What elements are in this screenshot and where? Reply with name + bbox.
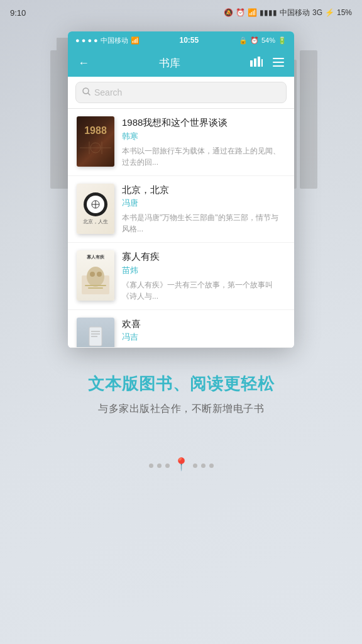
charge-icon: ⚡ — [325, 8, 334, 17]
indicator-dot-4 — [193, 464, 197, 468]
svg-point-30 — [87, 267, 104, 287]
book-desc-beijing: 本书是冯唐"万物生长三部曲"的第三部，情节与风格... — [122, 212, 285, 235]
svg-line-21 — [88, 93, 90, 95]
status-left: 9:10 — [10, 8, 26, 18]
book-author-beijing: 冯唐 — [122, 197, 285, 209]
inner-status-right: 🔒 ⏰ 54% 🔋 — [239, 36, 287, 45]
promo-title: 文本版图书、阅读更轻松 — [13, 373, 349, 395]
book-list: 1988 1988我想和这个世界谈谈 韩寒 本书以一部旅行车为载体，通过在路上的… — [68, 109, 294, 348]
book-title-sick: 寡人有疾 — [122, 250, 285, 263]
inner-wifi-icon: 📶 — [131, 36, 140, 45]
sick-title: 寡人有疾 — [87, 254, 104, 260]
inner-status-left: ● ● ● ● 中国移动 📶 — [75, 36, 140, 45]
carrier-label: 中国移动 — [280, 8, 310, 18]
indicator-dot-5 — [201, 464, 206, 468]
book-title-1988: 1988我想和这个世界谈谈 — [122, 116, 285, 129]
svg-point-31 — [90, 272, 95, 277]
svg-rect-17 — [273, 58, 284, 59]
signal-icon: ▮▮▮▮ — [260, 8, 277, 17]
svg-rect-15 — [258, 57, 260, 67]
indicator-dot-2 — [157, 464, 162, 468]
book-item-1988[interactable]: 1988 1988我想和这个世界谈谈 韩寒 本书以一部旅行车为载体，通过在路上的… — [68, 109, 294, 176]
system-time: 9:10 — [10, 8, 26, 18]
inner-time: 10:55 — [180, 36, 199, 45]
inner-lock-icon: 🔒 — [239, 36, 248, 45]
phone-card: ● ● ● ● 中国移动 📶 10:55 🔒 ⏰ 54% 🔋 ← 书库 — [68, 31, 294, 348]
inner-alarm-icon: ⏰ — [250, 36, 259, 45]
book-author-1988: 韩寒 — [122, 131, 285, 142]
inner-battery-pct: 54% — [261, 36, 275, 44]
book-info-beijing: 北京，北京 冯唐 本书是冯唐"万物生长三部曲"的第三部，情节与风格... — [122, 184, 285, 235]
header-icons — [250, 57, 284, 70]
search-icon — [82, 87, 90, 97]
svg-point-32 — [97, 272, 102, 277]
indicator-dot-1 — [149, 464, 153, 468]
book-info-1988: 1988我想和这个世界谈谈 韩寒 本书以一部旅行车为载体，通过在路上的见闻、过去… — [122, 116, 285, 168]
svg-rect-18 — [273, 62, 284, 63]
inner-status-bar: ● ● ● ● 中国移动 📶 10:55 🔒 ⏰ 54% 🔋 — [68, 31, 294, 49]
battery-label: 15% — [337, 8, 352, 17]
book-author-happy: 冯吉 — [122, 331, 285, 343]
book-desc-sick: 《寡人有疾》一共有三个故事，第一个故事叫《诗人与... — [122, 279, 285, 302]
svg-rect-1 — [57, 38, 69, 57]
search-bar[interactable]: Search — [75, 82, 287, 103]
menu-icon[interactable] — [273, 57, 284, 70]
book-info-sick: 寡人有疾 苗炜 《寡人有疾》一共有三个故事，第一个故事叫《诗人与... — [122, 250, 285, 302]
book-author-sick: 苗炜 — [122, 265, 285, 276]
book-cover-beijing: 北京，人生 — [77, 184, 114, 234]
book-item-happy[interactable]: 欢喜 冯吉 — [68, 310, 294, 348]
book-cover-sick: 寡人有疾 — [77, 250, 114, 301]
inner-status-center: 10:55 — [180, 36, 199, 45]
book-cover-1988: 1988 — [77, 116, 114, 167]
wifi-icon: 📶 — [248, 8, 257, 17]
mute-icon: 🔕 — [224, 8, 233, 17]
book-item-sick[interactable]: 寡人有疾 寡人有疾 苗炜 《寡人有疾》一共有三个故事，第一个故事叫《诗人与... — [68, 243, 294, 310]
book-item-beijing[interactable]: 北京，人生 北京，北京 冯唐 本书是冯唐"万物生长三部曲"的第三部，情节与风格.… — [68, 176, 294, 243]
bar-chart-icon[interactable] — [250, 57, 263, 70]
beijing-inner — [87, 196, 104, 213]
svg-rect-12 — [300, 50, 317, 189]
book-info-happy: 欢喜 冯吉 — [122, 318, 285, 347]
svg-rect-16 — [261, 59, 263, 67]
system-status-bar: 9:10 🔕 ⏰ 📶 ▮▮▮▮ 中国移动 3G ⚡ 15% — [0, 0, 362, 25]
svg-rect-19 — [273, 65, 284, 67]
indicator-dot-3 — [165, 464, 170, 468]
app-header: ← 书库 — [68, 49, 294, 77]
svg-rect-34 — [88, 287, 103, 289]
svg-rect-33 — [85, 285, 106, 286]
book-desc-1988: 本书以一部旅行车为载体，通过在路上的见闻、过去的回... — [122, 145, 285, 168]
search-container: Search — [68, 77, 294, 109]
status-right: 🔕 ⏰ 📶 ▮▮▮▮ 中国移动 3G ⚡ 15% — [224, 8, 352, 18]
indicator-dot-6 — [209, 464, 214, 468]
network-label: 3G — [312, 8, 322, 17]
inner-carrier-name: 中国移动 — [101, 36, 128, 45]
svg-rect-13 — [250, 60, 253, 67]
promo-subtitle: 与多家出版社合作，不断新增电子书 — [13, 402, 349, 416]
promo-section: 文本版图书、阅读更轻松 与多家出版社合作，不断新增电子书 — [0, 348, 362, 428]
search-placeholder: Search — [94, 87, 122, 97]
svg-rect-14 — [254, 58, 256, 67]
back-button[interactable]: ← — [78, 57, 89, 70]
beijing-circle — [84, 192, 107, 216]
header-title: 书库 — [159, 56, 180, 70]
book-year-number: 1988 — [84, 126, 107, 136]
book-title-happy: 欢喜 — [122, 318, 285, 330]
inner-battery-icon: 🔋 — [278, 36, 287, 45]
book-title-beijing: 北京，北京 — [122, 184, 285, 196]
page-indicator: 📍 — [0, 460, 362, 472]
alarm-icon: ⏰ — [236, 8, 245, 17]
inner-carrier-dots: ● ● ● ● — [75, 36, 98, 44]
indicator-pin: 📍 — [173, 458, 189, 470]
book-cover-happy — [77, 318, 114, 348]
